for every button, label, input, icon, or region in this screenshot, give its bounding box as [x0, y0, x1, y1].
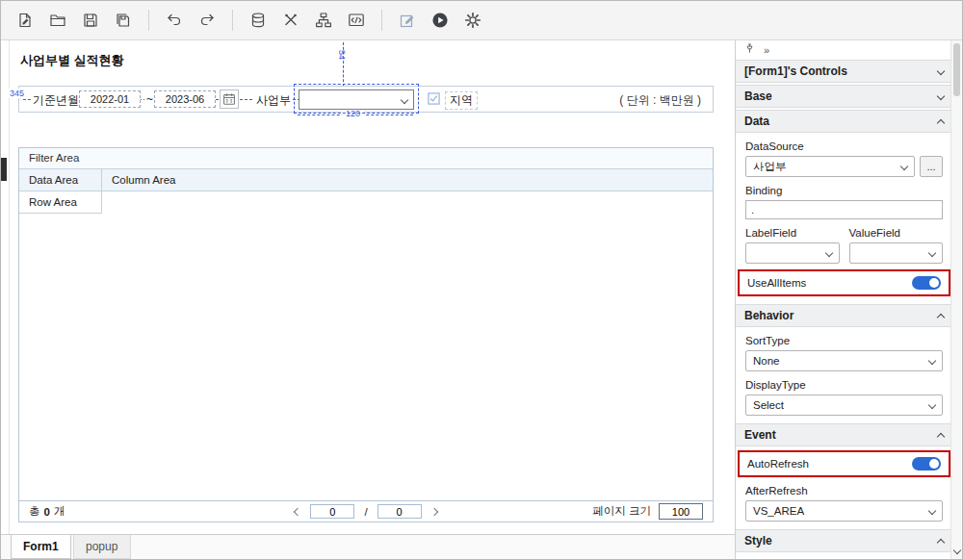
chevron-down-icon [928, 507, 936, 515]
date-from-input[interactable]: 2022-01 [79, 90, 141, 108]
save-as-button[interactable] [109, 6, 138, 35]
valuefield-select[interactable] [849, 242, 944, 264]
scrollbar-thumb[interactable] [953, 43, 960, 96]
section-event-label: Event [744, 428, 776, 442]
open-folder-button[interactable] [43, 6, 72, 35]
region-checkbox-icon[interactable] [428, 92, 440, 108]
chevron-down-icon [937, 67, 945, 75]
chevron-up-icon [937, 432, 945, 440]
redo-button[interactable] [193, 6, 221, 35]
useallitems-highlight: UseAllItems [738, 269, 950, 296]
chevron-down-icon [928, 401, 936, 409]
tab-popup[interactable]: popup [73, 535, 131, 559]
binding-input[interactable] [745, 200, 943, 219]
grid-row: Row Area [19, 191, 713, 214]
data-tools-icon [282, 12, 299, 29]
app-window: 사업부별 실적현황 54 345 기준년월 2022-01 ~ 2023-06 … [0, 0, 963, 560]
database-icon [249, 12, 267, 29]
tab-form1[interactable]: Form1 [11, 535, 71, 559]
afterrefresh-value: VS_AREA [753, 505, 804, 517]
section-style[interactable]: Style [736, 529, 952, 552]
sorttype-select[interactable]: None [745, 350, 943, 371]
form-tabstrip: Form1 popup [1, 534, 735, 559]
autorefresh-toggle[interactable] [912, 457, 941, 471]
height-measure-label: 54 [337, 50, 347, 60]
sorttype-value: None [753, 355, 780, 367]
toolbar-separator [381, 10, 382, 31]
section-data[interactable]: Data [736, 110, 952, 133]
displaytype-value: Select [753, 399, 784, 411]
section-controls[interactable]: [Form1]'s Controls [736, 60, 952, 83]
new-file-button[interactable] [11, 6, 39, 35]
run-button[interactable] [426, 6, 455, 35]
page-current-input[interactable] [310, 504, 354, 519]
useallitems-toggle[interactable] [912, 276, 941, 290]
pin-icon[interactable] [744, 43, 755, 57]
undo-icon [166, 12, 183, 29]
chevron-down-icon [928, 249, 936, 257]
period-label: 기준년월 [31, 92, 81, 109]
panel-scrollbar[interactable] [950, 40, 962, 559]
code-button[interactable] [342, 6, 371, 35]
chevron-up-icon [937, 538, 945, 546]
grid-row: Data Area Column Area [19, 169, 713, 191]
division-label: 사업부 [254, 92, 293, 109]
new-file-icon [16, 12, 34, 29]
section-base-label: Base [744, 89, 772, 103]
data-area-cell[interactable]: Data Area [19, 169, 102, 191]
afterrefresh-label: AfterRefresh [745, 485, 943, 496]
division-combobox[interactable] [299, 89, 414, 110]
collapse-panel-button[interactable]: » [764, 44, 768, 56]
properties-panel: » [Form1]'s Controls Base Data DataSourc… [735, 40, 952, 559]
datasource-value: 사업부 [753, 160, 787, 174]
chevron-up-icon [937, 313, 945, 320]
filter-area-cell[interactable]: Filter Area [19, 148, 713, 169]
autorefresh-label: AutoRefresh [747, 458, 912, 470]
hierarchy-button[interactable] [309, 6, 338, 35]
panel-collapse-handle[interactable] [1, 158, 7, 181]
design-canvas: 사업부별 실적현황 54 345 기준년월 2022-01 ~ 2023-06 … [1, 40, 735, 559]
section-controls-label: [Form1]'s Controls [744, 64, 847, 78]
save-button[interactable] [76, 6, 105, 35]
afterrefresh-select[interactable]: VS_AREA [745, 500, 943, 522]
settings-button[interactable] [458, 6, 487, 35]
row-area-cell[interactable]: Row Area [19, 191, 102, 214]
next-page-icon[interactable] [429, 507, 437, 515]
datasource-more-button[interactable]: ... [920, 156, 943, 177]
displaytype-select[interactable]: Select [745, 395, 943, 416]
calendar-icon [222, 92, 236, 106]
section-base[interactable]: Base [736, 85, 952, 108]
chevron-down-icon [928, 357, 936, 365]
column-area-cell[interactable]: Column Area [102, 169, 713, 191]
chevron-down-icon [937, 92, 945, 100]
labelfield-label: LabelField [745, 227, 840, 239]
chevron-down-icon [900, 163, 908, 170]
page-total-input[interactable] [377, 504, 422, 519]
report-title: 사업부별 실적현황 [20, 52, 124, 69]
pivot-grid: Filter Area Data Area Column Area Row Ar… [18, 147, 714, 522]
labelfield-select[interactable] [745, 242, 840, 264]
data-section-body: DataSource 사업부 ... Binding LabelField Va… [736, 140, 952, 296]
datasource-select[interactable]: 사업부 [745, 156, 915, 177]
chevron-up-icon [937, 118, 945, 126]
section-event[interactable]: Event [736, 423, 952, 446]
sorttype-label: SortType [745, 335, 943, 346]
date-to-input[interactable]: 2023-06 [154, 90, 216, 108]
main-toolbar [1, 1, 962, 40]
page-size-input[interactable] [659, 503, 703, 520]
prev-page-icon[interactable] [294, 507, 301, 515]
toolbar-separator [232, 10, 233, 31]
scroll-down-icon[interactable] [953, 547, 961, 554]
undo-button[interactable] [160, 6, 189, 35]
database-button[interactable] [244, 6, 273, 35]
section-behavior[interactable]: Behavior [736, 304, 952, 327]
filter-bar: 345 기준년월 2022-01 ~ 2023-06 사업부 [18, 86, 714, 113]
page-size: 페이지 크기 [592, 503, 703, 520]
datasource-label: DataSource [745, 140, 943, 152]
section-style-label: Style [744, 534, 772, 547]
edit-button[interactable] [393, 6, 422, 35]
calendar-button[interactable] [220, 89, 239, 109]
behavior-section-body: SortType None DisplayType Select [736, 335, 952, 416]
unit-label: ( 단위 : 백만원 ) [619, 92, 701, 109]
data-tools-button[interactable] [276, 6, 305, 35]
